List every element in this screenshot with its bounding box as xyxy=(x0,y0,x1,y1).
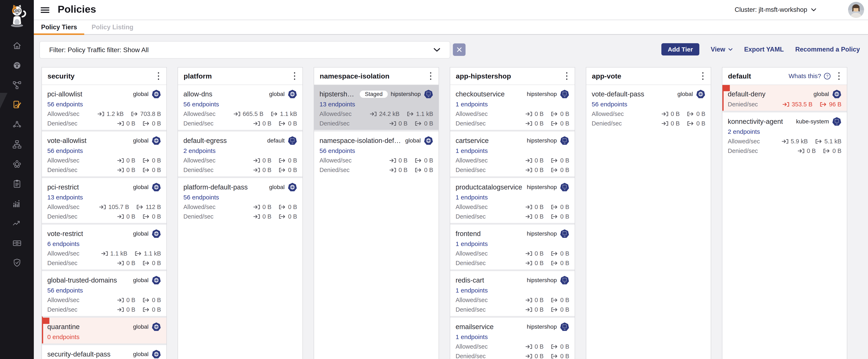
egress-value: 1.1 kB xyxy=(407,111,433,117)
sidebar-item-clusters[interactable] xyxy=(0,154,34,174)
endpoints-link[interactable]: 13 endpoints xyxy=(47,194,83,201)
ingress-icon xyxy=(798,148,805,154)
chevron-down-icon xyxy=(811,8,816,11)
policy-card[interactable]: quarantineglobal0 endpoints xyxy=(42,316,166,343)
policy-card[interactable]: platform-default-passglobal56 endpoints … xyxy=(178,176,303,223)
policy-name: platform-default-pass xyxy=(183,183,248,191)
sidebar-item-dashboard[interactable] xyxy=(0,55,34,75)
policy-card[interactable]: allow-dnsglobal56 endpoints Allowed/sec … xyxy=(178,85,303,130)
policy-card[interactable]: frontendhipstershopns1 endpoints Allowed… xyxy=(450,223,575,270)
policy-card[interactable]: pci-allowlistglobal56 endpoints Allowed/… xyxy=(42,85,166,130)
tier-header: app-hipstershop xyxy=(450,67,575,85)
endpoints-link[interactable]: 56 endpoints xyxy=(592,101,627,108)
endpoints-link[interactable]: 1 endpoints xyxy=(456,101,488,108)
tier-menu-button[interactable] xyxy=(699,71,707,81)
tier-menu-button[interactable] xyxy=(563,71,571,81)
tier-menu-button[interactable] xyxy=(290,71,299,81)
stat-label: Denied/sec xyxy=(456,213,486,220)
sidebar-item-hierarchy[interactable] xyxy=(0,134,34,154)
sidebar-item-storage[interactable] xyxy=(0,233,34,253)
policy-card[interactable]: vote-default-passglobal56 endpoints Allo… xyxy=(586,85,711,130)
tier-header: namespace-isolation xyxy=(314,67,439,85)
tier-menu-button[interactable] xyxy=(427,71,435,81)
policy-card[interactable]: checkoutservicehipstershopns1 endpoints … xyxy=(450,85,575,130)
endpoints-link[interactable]: 1 endpoints xyxy=(456,240,488,247)
ingress-value: 0 B xyxy=(117,297,135,304)
endpoints-link[interactable]: 56 endpoints xyxy=(47,101,83,108)
policy-card[interactable]: emailservicehipstershopns1 endpoints All… xyxy=(450,316,575,359)
stat-row: Denied/sec 0 B 0 B xyxy=(47,212,161,221)
sidebar-item-reports[interactable] xyxy=(0,194,34,213)
stat-label: Denied/sec xyxy=(456,120,486,127)
add-tier-button[interactable]: Add Tier xyxy=(661,43,699,55)
policy-card[interactable]: pci-restrictglobal13 endpoints Allowed/s… xyxy=(42,176,166,223)
export-yaml-button[interactable]: Export YAML xyxy=(744,46,784,53)
egress-icon xyxy=(551,204,558,210)
endpoints-link[interactable]: 56 endpoints xyxy=(47,287,83,294)
endpoints-link[interactable]: 1 endpoints xyxy=(456,287,488,294)
endpoints-link[interactable]: 56 endpoints xyxy=(183,194,219,201)
stat-label: Allowed/sec xyxy=(592,111,624,117)
ingress-value: 0 B xyxy=(117,167,135,173)
policy-card[interactable]: productcatalogservicehipstershopns1 endp… xyxy=(450,176,575,223)
endpoints-link[interactable]: 6 endpoints xyxy=(47,240,80,247)
policy-card[interactable]: hipstershop-gh...Stagedhipstershopns13 e… xyxy=(314,85,439,130)
ingress-icon xyxy=(390,167,396,173)
policy-card[interactable]: redis-carthipstershopns1 endpoints Allow… xyxy=(450,270,575,316)
ingress-value: 0 B xyxy=(253,167,272,173)
stat-row: Allowed/sec 0 B 0 B xyxy=(319,156,433,165)
stat-label: Denied/sec xyxy=(47,213,78,220)
tier-cards: checkoutservicehipstershopns1 endpoints … xyxy=(450,85,575,359)
sidebar-item-policies[interactable] xyxy=(0,95,34,115)
policy-card[interactable]: vote-restrictglobal6 endpoints Allowed/s… xyxy=(42,223,166,270)
policy-card[interactable]: konnectivity-agentkube-systemns2 endpoin… xyxy=(722,111,847,157)
stat-row: Denied/sec 0 B 0 B xyxy=(183,165,297,175)
endpoints-link[interactable]: 56 endpoints xyxy=(183,101,219,108)
sidebar-item-service-graph[interactable] xyxy=(0,115,34,134)
namespace-scope-icon: ns xyxy=(560,89,569,99)
policy-card[interactable]: global-trusted-domainsglobal56 endpoints… xyxy=(42,270,166,316)
endpoints-link[interactable]: 0 endpoints xyxy=(47,333,80,340)
endpoints-link[interactable]: 13 endpoints xyxy=(319,101,355,108)
stat-row: Allowed/sec 0 B 0 B xyxy=(456,156,569,165)
policy-card[interactable]: default-egressdefaultns2 endpoints Allow… xyxy=(178,130,303,176)
endpoints-link[interactable]: 2 endpoints xyxy=(183,147,216,154)
ingress-icon xyxy=(782,139,788,144)
endpoints-link[interactable]: 56 endpoints xyxy=(319,147,355,154)
sidebar-item-network[interactable] xyxy=(0,75,34,95)
tab-policy-tiers[interactable]: Policy Tiers xyxy=(34,20,84,34)
policy-card[interactable]: cartservicehipstershopns1 endpoints Allo… xyxy=(450,130,575,176)
whats-this-link[interactable]: Whats this?? xyxy=(788,73,831,80)
policy-card[interactable]: vote-allowlistglobal56 endpoints Allowed… xyxy=(42,130,166,176)
egress-icon xyxy=(551,167,558,173)
ingress-value: 0 B xyxy=(526,213,544,220)
calico-cat-logo xyxy=(6,4,28,28)
view-menu-button[interactable]: View xyxy=(711,46,733,53)
tier-menu-button[interactable] xyxy=(154,71,163,81)
stat-row: Denied/sec 0 B 0 B xyxy=(47,119,161,128)
endpoints-link[interactable]: 1 endpoints xyxy=(456,147,488,154)
endpoints-link[interactable]: 56 endpoints xyxy=(47,147,83,154)
sidebar-item-compliance[interactable] xyxy=(0,174,34,194)
user-avatar[interactable] xyxy=(848,2,864,18)
staged-badge: Staged xyxy=(360,90,388,98)
cluster-selector[interactable]: Cluster: jlt-msft-workshop xyxy=(735,0,816,20)
policy-card[interactable]: namespace-isolation-default-p...global56… xyxy=(314,130,439,176)
ingress-value: 24.2 kB xyxy=(370,111,399,117)
policy-card[interactable]: default-denyglobal Denied/sec 353.5 B 96… xyxy=(722,85,847,111)
menu-toggle-button[interactable] xyxy=(41,6,51,14)
sidebar-item-security[interactable] xyxy=(0,253,34,273)
policy-traffic-filter-select[interactable]: Filter: Policy Traffic filter: Show All xyxy=(39,41,450,59)
sidebar-item-home[interactable] xyxy=(0,36,34,55)
policy-card[interactable]: security-default-passglobal xyxy=(42,343,166,359)
tier-menu-button[interactable] xyxy=(835,71,843,81)
endpoints-link[interactable]: 1 endpoints xyxy=(456,333,488,340)
recommend-policy-button[interactable]: Recommend a Policy xyxy=(795,46,860,53)
endpoints-link[interactable]: 1 endpoints xyxy=(456,194,488,201)
ingress-icon xyxy=(117,158,124,163)
sidebar-item-activity[interactable] xyxy=(0,213,34,233)
tab-policy-listing[interactable]: Policy Listing xyxy=(84,20,141,34)
endpoints-link[interactable]: 2 endpoints xyxy=(728,128,760,135)
clear-filter-button[interactable] xyxy=(453,44,466,56)
ingress-value: 0 B xyxy=(526,353,544,359)
